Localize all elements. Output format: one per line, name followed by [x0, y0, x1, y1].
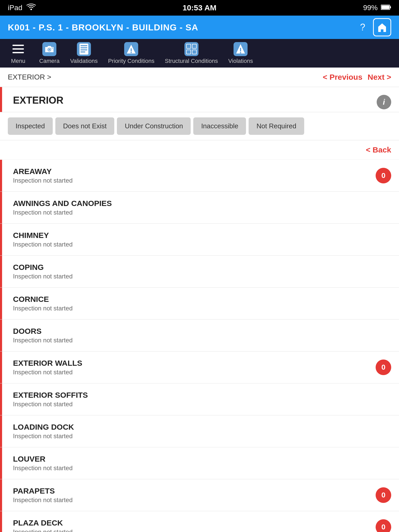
item-text: AWNINGS AND CANOPIES Inspection not star…	[8, 199, 112, 216]
toolbar-structural[interactable]: Structural Conditions	[160, 39, 223, 67]
priority-label: Priority Conditions	[108, 58, 155, 64]
violations-icon	[234, 42, 248, 56]
toggle-inaccessible[interactable]: Inaccessible	[193, 117, 246, 135]
item-red-bar	[0, 224, 2, 255]
status-bar: iPad 10:53 AM 99%	[0, 0, 399, 16]
toolbar-violations[interactable]: Violations	[223, 39, 258, 67]
help-button[interactable]: ?	[360, 22, 365, 33]
svg-rect-15	[81, 49, 87, 50]
camera-label: Camera	[39, 58, 59, 64]
svg-point-30	[240, 52, 241, 54]
inspection-item[interactable]: LOUVER Inspection not started	[0, 447, 399, 479]
menu-label: Menu	[11, 58, 25, 64]
menu-icon	[11, 42, 25, 56]
nav-buttons: < Previous Next >	[323, 73, 391, 82]
item-status: Inspection not started	[13, 433, 74, 440]
item-red-bar	[0, 479, 2, 511]
item-text: LOUVER Inspection not started	[8, 455, 72, 472]
item-text: CHIMNEY Inspection not started	[8, 231, 72, 248]
toolbar-menu[interactable]: Menu	[3, 39, 34, 67]
item-name: EXTERIOR WALLS	[13, 359, 82, 368]
item-status: Inspection not started	[13, 496, 72, 504]
item-text: COPING Inspection not started	[8, 263, 72, 280]
item-red-bar	[0, 320, 2, 351]
inspection-item[interactable]: CHIMNEY Inspection not started	[0, 224, 399, 256]
inspection-item[interactable]: EXTERIOR SOFFITS Inspection not started	[0, 383, 399, 415]
app-title: K001 - P.S. 1 - BROOKLYN - BUILDING - SA	[8, 22, 198, 32]
item-text: CORNICE Inspection not started	[8, 295, 72, 312]
item-text: PLAZA DECK Inspection not started	[8, 518, 72, 532]
svg-rect-26	[187, 50, 190, 54]
item-red-bar	[0, 160, 2, 191]
violations-label: Violations	[228, 58, 253, 64]
next-button[interactable]: Next >	[368, 73, 391, 82]
item-text: DOORS Inspection not started	[8, 327, 72, 344]
inspection-item[interactable]: COPING Inspection not started	[0, 256, 399, 288]
item-name: CHIMNEY	[13, 231, 72, 240]
inspection-item[interactable]: CORNICE Inspection not started	[0, 288, 399, 320]
breadcrumb-bar: EXTERIOR > < Previous Next >	[0, 68, 399, 87]
toolbar-camera[interactable]: Camera	[34, 39, 65, 67]
inspection-item[interactable]: AREAWAY Inspection not started 0	[0, 160, 399, 192]
inspection-list: AREAWAY Inspection not started 0 AWNINGS…	[0, 160, 399, 532]
item-red-bar	[0, 192, 2, 223]
item-text: PARAPETS Inspection not started	[8, 487, 72, 504]
validations-icon	[77, 42, 91, 56]
toggle-not-required[interactable]: Not Required	[249, 117, 304, 135]
svg-rect-13	[81, 45, 87, 46]
item-badge: 0	[376, 360, 391, 375]
svg-rect-16	[81, 51, 85, 52]
svg-point-0	[30, 9, 32, 10]
toggle-does-not-exist[interactable]: Does not Exist	[55, 117, 115, 135]
section-red-bar	[0, 87, 2, 112]
section-title: EXTERIOR	[8, 95, 63, 106]
item-name: PLAZA DECK	[13, 518, 72, 527]
title-bar-icons: ?	[360, 18, 391, 36]
toolbar-priority[interactable]: Priority Conditions	[103, 39, 160, 67]
svg-rect-6	[12, 48, 24, 50]
back-button[interactable]: < Back	[366, 145, 391, 154]
inspection-item[interactable]: LOADING DOCK Inspection not started	[0, 415, 399, 447]
svg-rect-18	[131, 48, 132, 51]
svg-rect-7	[12, 52, 24, 53]
item-red-bar	[0, 511, 2, 532]
item-name: EXTERIOR SOFFITS	[13, 391, 88, 400]
item-red-bar	[0, 256, 2, 287]
item-badge: 0	[376, 519, 391, 532]
item-name: COPING	[13, 263, 72, 272]
item-badge: 0	[376, 487, 391, 503]
info-button[interactable]: i	[377, 95, 391, 109]
structural-label: Structural Conditions	[165, 58, 218, 64]
svg-rect-27	[192, 50, 196, 54]
toggle-row: Inspected Does not Exist Under Construct…	[0, 112, 399, 140]
item-status: Inspection not started	[13, 273, 72, 280]
battery-icon	[381, 4, 391, 12]
item-status: Inspection not started	[13, 177, 72, 184]
main-content: EXTERIOR i Inspected Does not Exist Unde…	[0, 87, 399, 532]
inspection-item[interactable]: DOORS Inspection not started	[0, 320, 399, 351]
svg-point-19	[131, 52, 132, 53]
toggle-under-construction[interactable]: Under Construction	[117, 117, 191, 135]
svg-rect-29	[240, 48, 241, 51]
home-button[interactable]	[373, 18, 391, 36]
item-red-bar	[0, 383, 2, 415]
toggle-inspected[interactable]: Inspected	[8, 117, 53, 135]
item-red-bar	[0, 415, 2, 447]
inspection-item[interactable]: PARAPETS Inspection not started 0	[0, 479, 399, 511]
svg-rect-2	[390, 6, 391, 8]
item-status: Inspection not started	[13, 305, 72, 312]
svg-rect-24	[187, 44, 190, 48]
item-status: Inspection not started	[13, 369, 82, 376]
previous-button[interactable]: < Previous	[323, 73, 363, 82]
device-label: iPad	[8, 4, 22, 12]
structural-icon	[184, 42, 198, 56]
item-text: LOADING DOCK Inspection not started	[8, 423, 74, 440]
inspection-item[interactable]: AWNINGS AND CANOPIES Inspection not star…	[0, 192, 399, 224]
svg-rect-4	[381, 29, 383, 32]
inspection-item[interactable]: PLAZA DECK Inspection not started 0	[0, 511, 399, 532]
wifi-icon	[26, 4, 36, 12]
toolbar-validations[interactable]: Validations	[65, 39, 103, 67]
svg-rect-14	[81, 47, 87, 48]
inspection-item[interactable]: EXTERIOR WALLS Inspection not started 0	[0, 351, 399, 383]
svg-rect-25	[192, 44, 196, 48]
